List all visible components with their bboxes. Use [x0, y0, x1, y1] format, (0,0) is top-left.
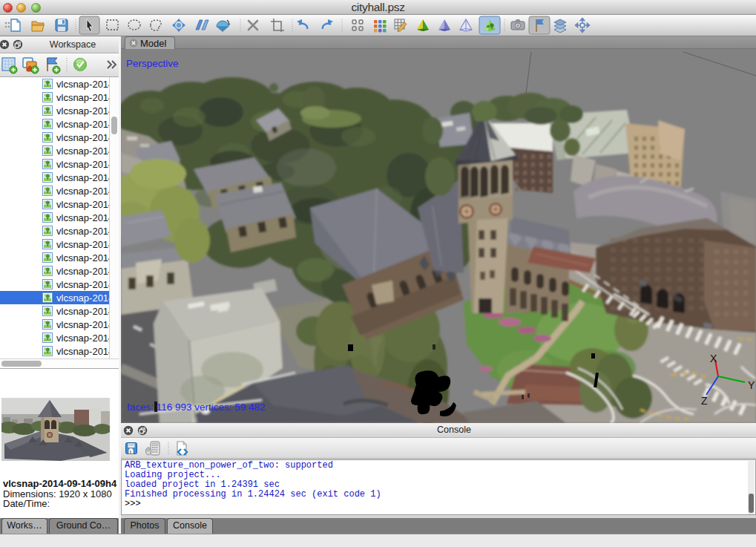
- svg-text:Y: Y: [748, 379, 755, 391]
- svg-text:Z: Z: [701, 395, 708, 407]
- svg-text:X: X: [710, 353, 717, 364]
